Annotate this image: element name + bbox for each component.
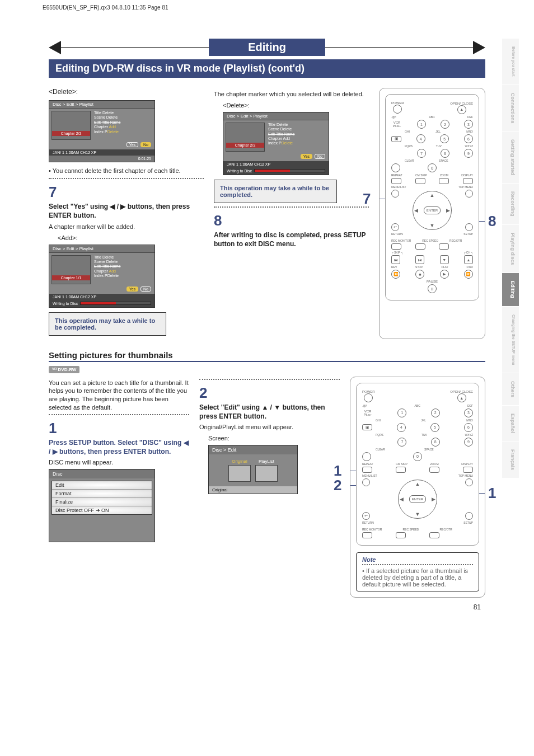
menu-item: Title Delete xyxy=(268,123,326,127)
menu-item: Format xyxy=(52,490,152,498)
power-icon xyxy=(364,393,373,402)
step-8-number: 8 xyxy=(214,212,369,229)
heading: <Add>: xyxy=(58,234,204,241)
disc-menu-osd: Disc Edit Format Finalize Disc Protect O… xyxy=(49,469,155,542)
menulist-button xyxy=(391,190,399,198)
menu-item: Index PDelete xyxy=(94,274,152,278)
heading: <Delete>: xyxy=(223,102,369,109)
chapter-badge: Chapter 1/1 xyxy=(52,275,90,280)
side-tab: Editing xyxy=(502,273,519,307)
repeat-button xyxy=(362,467,372,473)
menu-item: Chapter Add xyxy=(268,137,326,141)
display-button xyxy=(463,178,473,184)
num-8: 8 xyxy=(441,149,449,158)
rule xyxy=(325,47,473,48)
title-banner: Editing xyxy=(49,39,485,56)
clear-button xyxy=(362,452,371,461)
column-remote: 7 8 POWEROPEN/ CLOSE▲.@/:ABCDEFVCR Plus+… xyxy=(379,88,485,339)
clear-button xyxy=(391,163,400,172)
menu-item: Edit xyxy=(52,481,152,490)
note-body: • If a selected picture for a thumbnail … xyxy=(362,567,473,588)
chapter-badge: Chapter 2/2 xyxy=(52,131,90,136)
heading: <Delete>: xyxy=(49,88,204,96)
osd-footer: Original xyxy=(209,486,297,494)
callout-1b: 1 xyxy=(488,485,502,502)
menulist-button xyxy=(362,478,370,486)
menu-item: Title Delete xyxy=(94,255,152,260)
osd-header: Disc xyxy=(49,469,154,478)
zoom-button xyxy=(439,178,449,184)
dvd-rw-vr-badge: VR DVD-RW xyxy=(49,366,79,373)
dotted-rule xyxy=(49,414,189,415)
edit-menu-osd: Disc > Edit Original PlayList Original xyxy=(208,445,298,494)
step-2-number: 2 xyxy=(199,384,340,402)
no-option: No xyxy=(140,287,151,292)
num-0: 0 xyxy=(428,163,437,172)
step-8-text: After writing to disc is completed, pres… xyxy=(214,231,369,248)
arrow-left-icon xyxy=(49,41,61,54)
num-4: 4 xyxy=(416,134,425,143)
yes-option: Yes xyxy=(127,142,138,147)
menu-item: Edit Title Name xyxy=(268,132,326,137)
column-left-2: You can set a picture to each title for … xyxy=(49,377,189,598)
cmskip-button xyxy=(415,178,425,184)
yes-option: Yes xyxy=(127,287,138,292)
menu-item: Chapter Add xyxy=(94,125,152,129)
rule xyxy=(61,47,209,48)
setup-button xyxy=(465,512,473,520)
dotted-rule xyxy=(199,379,340,380)
rec-monitor-button xyxy=(362,532,372,538)
pause-button: ⏸ xyxy=(428,284,437,293)
menu-item: Index PictureIndex PDelete xyxy=(94,130,152,134)
time-bar: 0:01:25 xyxy=(49,156,154,162)
dotted-rule xyxy=(49,178,204,179)
stop-button: ■ xyxy=(415,270,424,279)
section-heading: Setting pictures for thumbnails xyxy=(49,350,485,362)
menu-item: Edit Title Name xyxy=(94,264,152,269)
remote-control-diagram: POWEROPEN/ CLOSE▲.@/:ABCDEFVCR Plus+123G… xyxy=(356,383,479,546)
left-arrow-icon: ◀ xyxy=(414,208,418,213)
step-7-number: 7 xyxy=(49,184,204,201)
column-left: <Delete>: Disc > Edit > Playlist Chapter… xyxy=(49,88,204,339)
thumbnail: Chapter 2/2 xyxy=(226,123,265,152)
note-box: Note • If a selected picture for a thumb… xyxy=(356,552,479,591)
menu-item: Disc Protect OFF ➔ ON xyxy=(52,506,152,514)
up-arrow-icon: ▲ xyxy=(430,192,435,198)
bullet-note: • You cannot delete the first chapter of… xyxy=(49,167,204,175)
num-2: 2 xyxy=(431,408,440,417)
side-tab: Español xyxy=(502,406,519,442)
osd-add: Disc > Edit > Playlist Chapter 1/1 Title… xyxy=(49,245,155,308)
column-remote-2: 1 2 1 POWEROPEN/ CLOSE▲.@/:ABCDEFVCR Plu… xyxy=(350,377,485,598)
note-title: Note xyxy=(362,556,473,563)
chapter-badge: Chapter 2/2 xyxy=(226,143,264,148)
side-tab: Before you start xyxy=(502,39,519,85)
menu-item: Scene Delete xyxy=(268,127,326,132)
return-button: ↩ xyxy=(391,223,399,231)
warning-note: This operation may take a while to be co… xyxy=(214,180,337,203)
eject-icon: ▲ xyxy=(457,393,466,402)
display-button xyxy=(463,467,473,473)
original-option: Original xyxy=(228,459,251,482)
source-button: ▣ xyxy=(391,136,401,142)
num-5: 5 xyxy=(440,134,449,143)
progress-bar: Writing to Disc xyxy=(49,300,154,307)
callout-2: 2 xyxy=(334,477,347,494)
osd-menu: Title Delete Scene Delete Edit Title Nam… xyxy=(268,123,326,152)
up-arrow-icon: ▲ xyxy=(415,481,420,487)
no-option: No xyxy=(140,142,151,147)
yes-no: Yes No xyxy=(49,287,154,294)
menu-item: Title Delete xyxy=(94,111,152,115)
num-3: 3 xyxy=(464,120,473,129)
right-arrow-icon: ▶ xyxy=(432,496,435,502)
right-arrow-icon: ▶ xyxy=(446,208,450,213)
warning-note: This operation may take a while to be co… xyxy=(49,312,166,336)
osd-menu: Title Delete Scene Delete Edit Title Nam… xyxy=(94,111,152,140)
arrow-right-icon xyxy=(473,41,485,54)
breadcrumb: Disc > Edit > Playlist xyxy=(49,101,154,109)
status-bar: JAN/ 1 1:00AM CH12 XP xyxy=(49,294,154,300)
fwd-button: ⏩ xyxy=(464,270,473,279)
intro: You can set a picture to each title for … xyxy=(49,379,189,412)
play-button: ▶ xyxy=(440,270,449,279)
num-9: 9 xyxy=(464,149,473,158)
skip-next-button: ⏭ xyxy=(415,255,424,264)
